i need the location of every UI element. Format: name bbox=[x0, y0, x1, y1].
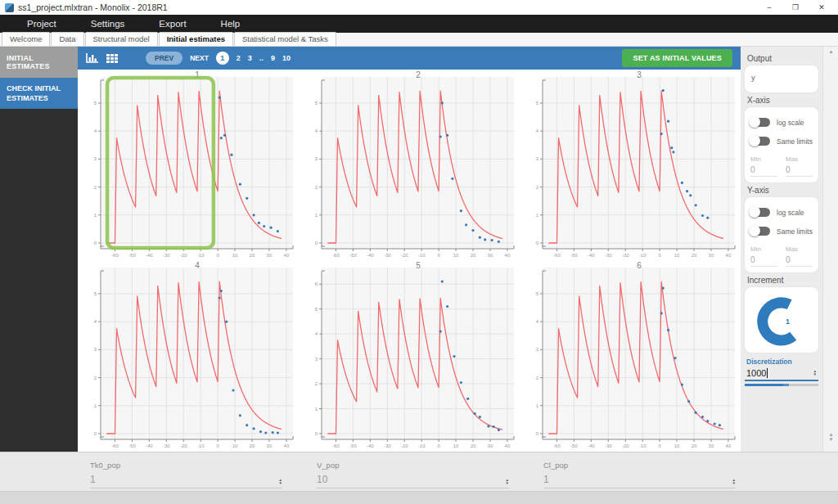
subplot-2[interactable]: -60-50-40-30-20-100102030400123452 bbox=[299, 70, 520, 260]
svg-text:20: 20 bbox=[250, 443, 255, 448]
x-axis-max-input[interactable]: 0 bbox=[786, 163, 813, 177]
param-v-pop-input[interactable]: 10 ▲▼ bbox=[317, 474, 509, 488]
x-axis-same-limits-toggle[interactable] bbox=[750, 137, 770, 146]
discretization-slider[interactable] bbox=[745, 384, 818, 386]
tab-structural-model[interactable]: Structural model bbox=[85, 32, 158, 46]
svg-text:5: 5 bbox=[315, 307, 318, 312]
y-axis-max-input[interactable]: 0 bbox=[786, 253, 813, 267]
subplot-6[interactable]: -60-50-40-30-20-100102030400123456 bbox=[520, 260, 741, 451]
vertical-scrollbar[interactable]: ▲ ▲▼ bbox=[822, 47, 838, 452]
tab-data[interactable]: Data bbox=[51, 32, 83, 46]
menu-item-settings[interactable]: Settings bbox=[74, 19, 142, 29]
tab-welcome[interactable]: Welcome bbox=[2, 32, 50, 46]
svg-text:5: 5 bbox=[416, 261, 421, 270]
svg-text:-60: -60 bbox=[111, 253, 119, 258]
param-cl-pop-label: Cl_pop bbox=[543, 461, 736, 470]
svg-text:-20: -20 bbox=[622, 443, 629, 448]
svg-text:5: 5 bbox=[536, 291, 539, 296]
x-axis-max-label: Max bbox=[786, 155, 813, 163]
param-cl-pop-input[interactable]: 1 ▲▼ bbox=[543, 474, 736, 488]
menu-item-project[interactable]: Project bbox=[10, 19, 74, 29]
svg-text:-40: -40 bbox=[146, 253, 153, 258]
set-as-initial-values-button[interactable]: SET AS INITIAL VALUES bbox=[622, 49, 732, 67]
svg-text:1: 1 bbox=[315, 407, 318, 412]
scroll-down-icon[interactable]: ▲▼ bbox=[823, 432, 838, 442]
x-axis-log-scale-toggle[interactable] bbox=[750, 118, 770, 127]
sidebar-item-check-initial-estimates[interactable]: CHECK INITIAL ESTIMATES bbox=[0, 78, 78, 109]
svg-text:5: 5 bbox=[94, 101, 97, 106]
table-view-icon[interactable] bbox=[106, 54, 118, 63]
svg-text:-50: -50 bbox=[349, 253, 357, 258]
menu-item-export[interactable]: Export bbox=[142, 19, 203, 29]
minimize-button[interactable]: – bbox=[758, 1, 781, 14]
svg-text:10: 10 bbox=[453, 253, 459, 258]
svg-text:-20: -20 bbox=[401, 253, 408, 258]
page-3[interactable]: 3 bbox=[248, 54, 252, 62]
svg-text:0: 0 bbox=[437, 443, 440, 448]
subplot-5[interactable]: -60-50-40-30-20-1001020304001234565 bbox=[299, 260, 520, 451]
svg-text:2: 2 bbox=[416, 70, 421, 79]
increment-knob[interactable]: 1 bbox=[752, 290, 811, 348]
svg-text:30: 30 bbox=[709, 253, 714, 258]
page-10[interactable]: 10 bbox=[282, 54, 291, 62]
discretization-stepper[interactable]: ▲▼ bbox=[813, 370, 817, 376]
tab-initial-estimates[interactable]: Initial estimates bbox=[159, 32, 233, 46]
svg-text:30: 30 bbox=[488, 443, 493, 448]
svg-text:20: 20 bbox=[471, 253, 476, 258]
svg-text:3: 3 bbox=[94, 347, 97, 352]
next-button[interactable]: NEXT bbox=[190, 54, 209, 62]
close-button[interactable]: ✕ bbox=[810, 1, 833, 14]
page-ellipsis: .. bbox=[259, 54, 264, 62]
param-cl-pop-stepper[interactable]: ▲▼ bbox=[732, 479, 736, 485]
svg-text:3: 3 bbox=[315, 357, 318, 362]
svg-text:-10: -10 bbox=[197, 443, 205, 448]
prev-button[interactable]: PREV bbox=[146, 52, 182, 65]
svg-text:3: 3 bbox=[637, 70, 642, 79]
right-settings-panel: Output y X-axis log scale Same limits Mi… bbox=[741, 47, 822, 452]
svg-text:20: 20 bbox=[471, 443, 476, 448]
y-axis-min-input[interactable]: 0 bbox=[750, 253, 777, 267]
svg-text:0: 0 bbox=[94, 431, 97, 436]
svg-text:-60: -60 bbox=[111, 443, 119, 448]
svg-text:30: 30 bbox=[267, 253, 273, 258]
param-tk0-pop-stepper[interactable]: ▲▼ bbox=[279, 479, 282, 485]
svg-text:40: 40 bbox=[284, 253, 290, 258]
svg-text:5: 5 bbox=[94, 291, 97, 296]
svg-text:10: 10 bbox=[232, 443, 238, 448]
page-9[interactable]: 9 bbox=[271, 54, 275, 62]
y-axis-same-limits-toggle[interactable] bbox=[750, 227, 770, 236]
subplot-3[interactable]: -60-50-40-30-20-100102030400123453 bbox=[520, 70, 741, 260]
svg-text:10: 10 bbox=[674, 443, 680, 448]
discretization-input[interactable]: 1000 ▲▼ bbox=[745, 367, 818, 381]
svg-text:-10: -10 bbox=[197, 253, 205, 258]
chart-view-icon[interactable] bbox=[86, 53, 98, 64]
y-axis-log-scale-toggle[interactable] bbox=[750, 208, 770, 217]
svg-text:10: 10 bbox=[232, 253, 238, 258]
svg-text:-30: -30 bbox=[605, 443, 612, 448]
left-sidebar: INITIAL ESTIMATES CHECK INITIAL ESTIMATE… bbox=[0, 47, 78, 452]
param-v-pop-stepper[interactable]: ▲▼ bbox=[506, 479, 509, 485]
scroll-up-icon[interactable]: ▲ bbox=[823, 49, 838, 54]
svg-text:-10: -10 bbox=[418, 443, 426, 448]
svg-text:-50: -50 bbox=[349, 443, 357, 448]
svg-text:0: 0 bbox=[536, 431, 539, 436]
output-value[interactable]: y bbox=[750, 71, 813, 87]
svg-text:40: 40 bbox=[726, 253, 732, 258]
svg-text:1: 1 bbox=[315, 213, 318, 218]
subplot-4[interactable]: -60-50-40-30-20-100102030400123454 bbox=[78, 260, 299, 451]
plots-grid: -60-50-40-30-20-100102030400123451-60-50… bbox=[78, 70, 741, 452]
page-2[interactable]: 2 bbox=[237, 54, 241, 62]
svg-text:2: 2 bbox=[315, 185, 318, 190]
param-tk0-pop-label: Tk0_pop bbox=[90, 461, 282, 470]
param-tk0-pop-input[interactable]: 1 ▲▼ bbox=[90, 474, 282, 488]
subplot-1[interactable]: -60-50-40-30-20-100102030400123451 bbox=[78, 70, 299, 260]
increment-card: 1 bbox=[745, 287, 818, 353]
menu-item-help[interactable]: Help bbox=[204, 19, 258, 29]
svg-text:40: 40 bbox=[505, 253, 511, 258]
monolix-window: ss1_project.mlxtran - Monolix - 2018R1 –… bbox=[0, 0, 838, 504]
maximize-button[interactable]: ❐ bbox=[784, 1, 807, 14]
page-1[interactable]: 1 bbox=[216, 52, 229, 65]
tab-statistical-model-tasks[interactable]: Statistical model & Tasks bbox=[234, 32, 336, 46]
x-axis-min-input[interactable]: 0 bbox=[750, 163, 777, 177]
menu-bar: Project Settings Export Help bbox=[0, 15, 838, 33]
